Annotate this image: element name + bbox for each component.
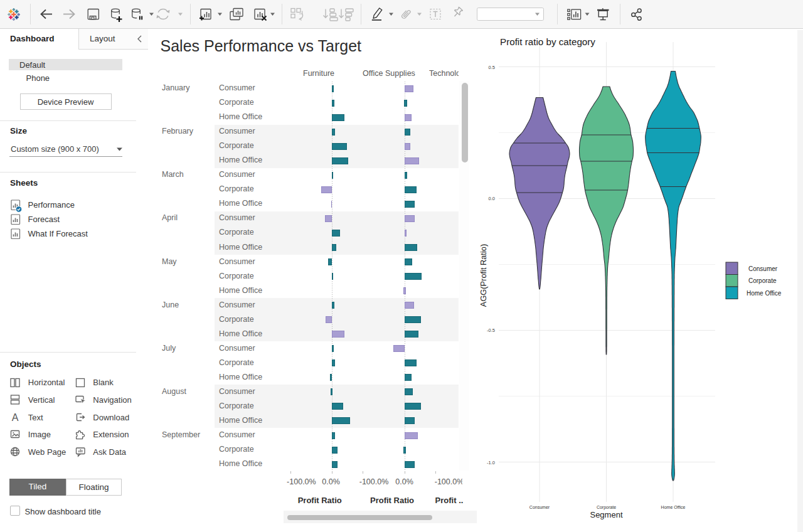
svg-text:-1.0: -1.0 (487, 460, 495, 466)
svg-text:AGG(Profit Ratio): AGG(Profit Ratio) (479, 244, 488, 307)
svg-text:A: A (12, 412, 19, 423)
svg-text:Home Office: Home Office (747, 290, 782, 297)
svg-text:Segment: Segment (590, 510, 622, 519)
svg-text:-0.5: -0.5 (487, 327, 495, 333)
svg-text:Corporate: Corporate (597, 505, 616, 510)
svg-text:Profit ratio by category: Profit ratio by category (500, 36, 595, 47)
svg-text:Consumer: Consumer (748, 265, 778, 272)
svg-text:Consumer: Consumer (529, 505, 550, 509)
svg-text:0.0: 0.0 (489, 196, 495, 201)
svg-text:0.5: 0.5 (489, 65, 495, 70)
svg-text:Corporate: Corporate (748, 277, 777, 284)
svg-text:Home Office: Home Office (661, 505, 686, 509)
